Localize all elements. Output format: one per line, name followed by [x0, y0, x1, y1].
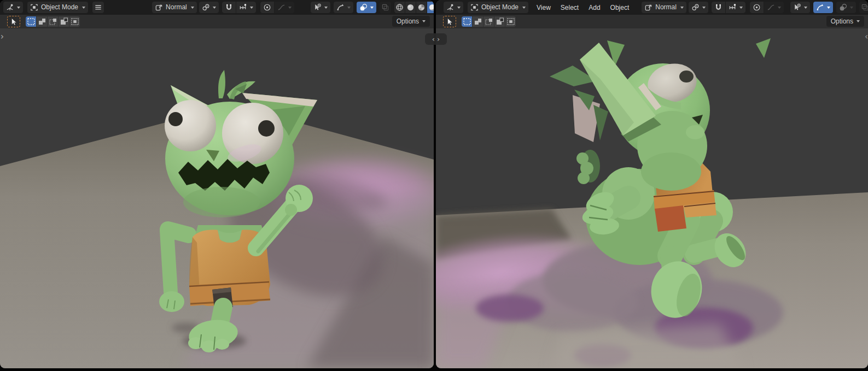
- tool-options-dropdown[interactable]: Options: [826, 16, 864, 27]
- proportional-editing-toggle[interactable]: [260, 2, 274, 13]
- viewport-3d-left: Object Mode Normal: [0, 0, 434, 368]
- viewport-header-left: Object Mode Normal: [0, 0, 434, 15]
- chevron-left-icon: ‹: [432, 35, 435, 43]
- select-intersect-icon: [71, 17, 79, 26]
- snap-toggle[interactable]: [712, 2, 725, 13]
- select-set-icon: [463, 17, 471, 26]
- select-mode-extend-button[interactable]: [473, 16, 483, 27]
- pivot-point-dropdown[interactable]: [689, 2, 708, 13]
- editor-type-button[interactable]: [3, 2, 23, 13]
- pivot-point-icon: [202, 3, 210, 11]
- falloff-curve-icon: [767, 3, 775, 11]
- pivot-point-dropdown[interactable]: [199, 2, 219, 13]
- select-mode-intersect-button[interactable]: [69, 16, 80, 27]
- proportional-editing-icon: [263, 3, 271, 11]
- select-mode-invert-button[interactable]: [494, 16, 505, 27]
- gizmo-arc-icon: [336, 3, 345, 11]
- show-gizmos-toggle[interactable]: [334, 2, 353, 13]
- chevron-down-icon: [702, 7, 706, 9]
- chevron-down-icon: [739, 7, 743, 9]
- select-mode-set-button[interactable]: [26, 16, 36, 27]
- select-mode-group: [462, 16, 516, 27]
- chevron-down-icon: [680, 7, 684, 9]
- toolbar-region-toggle-far-left[interactable]: ›: [1, 33, 4, 41]
- pivot-point-icon: [691, 3, 700, 11]
- active-tool-select-box-button[interactable]: [7, 16, 20, 27]
- object-mode-icon: [30, 3, 38, 11]
- transform-orientation-dropdown[interactable]: Normal: [642, 2, 686, 13]
- snap-settings-dropdown[interactable]: [726, 2, 745, 13]
- chevron-down-icon: [82, 7, 85, 9]
- transform-orientation-icon: [644, 3, 653, 11]
- menu-view[interactable]: View: [532, 1, 556, 14]
- rendered-scene-right: [436, 28, 868, 368]
- proportional-group: [750, 2, 784, 13]
- proportional-editing-icon: [753, 3, 761, 11]
- viewport-header-right: Object Mode View Select Add Object Norma…: [436, 0, 868, 15]
- menu-select[interactable]: Select: [556, 1, 584, 14]
- show-object-types-dropdown[interactable]: [790, 2, 810, 13]
- menu-add[interactable]: Add: [584, 1, 605, 14]
- shading-wireframe-button[interactable]: [394, 2, 405, 13]
- shading-solid-button[interactable]: [405, 2, 416, 13]
- chevron-down-icon: [191, 7, 194, 9]
- split-view-handle[interactable]: ‹ ›: [425, 33, 447, 45]
- object-mode-icon: [470, 3, 479, 11]
- select-mode-subtract-button[interactable]: [48, 16, 58, 27]
- chevron-down-icon: [804, 7, 807, 9]
- mode-dropdown[interactable]: Object Mode: [27, 2, 88, 13]
- show-overlays-toggle[interactable]: [836, 2, 856, 13]
- select-mode-subtract-button[interactable]: [483, 16, 494, 27]
- 3d-canvas-right[interactable]: ‹: [436, 28, 868, 368]
- proportional-falloff-dropdown: [764, 2, 784, 13]
- chevron-down-icon: [827, 7, 830, 9]
- snap-settings-dropdown[interactable]: [236, 2, 256, 13]
- snap-target-icon: [729, 3, 737, 11]
- select-mode-group: [26, 16, 80, 27]
- snapping-group: [712, 2, 745, 13]
- options-label: Options: [397, 17, 419, 25]
- orientation-label: Normal: [165, 2, 188, 13]
- select-mode-set-button[interactable]: [462, 16, 472, 27]
- chevron-down-icon: [778, 7, 781, 9]
- shading-rendered-button[interactable]: [427, 2, 434, 13]
- toggle-xray-button: [859, 2, 868, 13]
- tool-options-dropdown[interactable]: Options: [392, 16, 430, 27]
- mode-label: Object Mode: [480, 2, 520, 13]
- orientation-label: Normal: [654, 2, 678, 13]
- 3d-canvas-left[interactable]: ›: [0, 28, 434, 368]
- active-tool-select-box-button[interactable]: [443, 16, 456, 27]
- tool-settings-bar-right: Options: [436, 15, 868, 28]
- editor-type-button[interactable]: [444, 2, 463, 13]
- chevron-down-icon: [370, 7, 374, 9]
- collapsed-menus-button[interactable]: [92, 2, 104, 13]
- snap-toggle[interactable]: [222, 2, 236, 13]
- proportional-group: [260, 2, 294, 13]
- select-mode-invert-button[interactable]: [59, 16, 69, 27]
- select-box-cursor-icon: [445, 17, 454, 26]
- transform-orientation-dropdown[interactable]: Normal: [152, 2, 197, 13]
- menu-object[interactable]: Object: [605, 1, 634, 14]
- chevron-down-icon: [857, 20, 860, 22]
- chevron-down-icon: [422, 20, 426, 22]
- snap-target-icon: [239, 3, 247, 11]
- show-object-types-dropdown[interactable]: [311, 2, 330, 13]
- chevron-down-icon: [17, 7, 20, 9]
- select-invert-icon: [60, 17, 68, 26]
- proportional-editing-toggle[interactable]: [750, 2, 764, 13]
- snapping-group: [222, 2, 256, 13]
- tool-settings-bar-left: Options: [0, 15, 434, 28]
- sidebar-region-toggle-right[interactable]: ‹: [865, 33, 868, 41]
- show-gizmos-toggle[interactable]: [813, 2, 833, 13]
- viewport-3d-right: Object Mode View Select Add Object Norma…: [436, 0, 868, 368]
- shading-material-button[interactable]: [416, 2, 427, 13]
- mode-dropdown[interactable]: Object Mode: [468, 2, 528, 13]
- show-overlays-toggle[interactable]: [357, 2, 376, 13]
- select-extend-icon: [38, 17, 46, 26]
- select-extend-icon: [474, 17, 482, 26]
- select-mode-intersect-button[interactable]: [505, 16, 516, 27]
- chevron-down-icon: [213, 7, 216, 9]
- select-invert-icon: [496, 17, 504, 26]
- blender-window: Object Mode Normal: [0, 0, 868, 371]
- select-mode-extend-button[interactable]: [37, 16, 47, 27]
